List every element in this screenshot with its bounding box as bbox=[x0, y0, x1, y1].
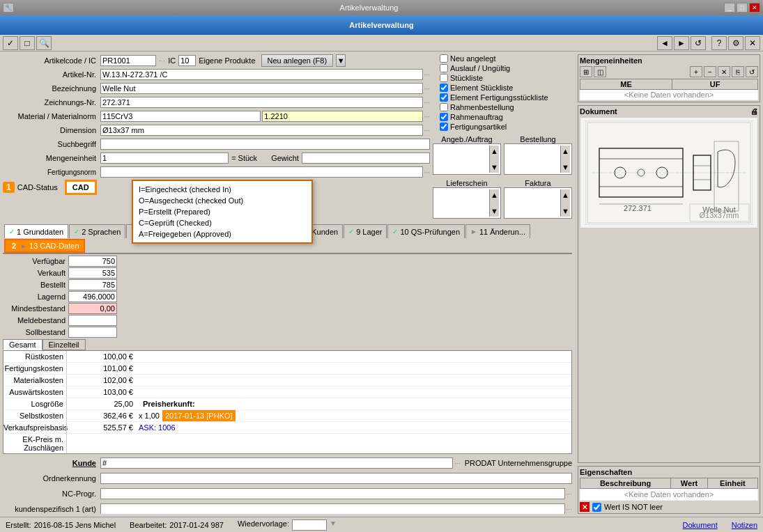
toolbar-refresh-btn[interactable]: ↺ bbox=[691, 36, 706, 50]
me-btn-copy[interactable]: ⎘ bbox=[732, 66, 744, 77]
tab-11-aenderung[interactable]: ► 11 Änderun... bbox=[465, 224, 530, 238]
faktura-scrollbar[interactable]: ▲▼ bbox=[560, 189, 570, 217]
fertigungsnorm-input[interactable] bbox=[100, 166, 423, 178]
zeichnungs-nr-input[interactable] bbox=[100, 97, 423, 108]
toolbar-square-btn[interactable]: □ bbox=[20, 36, 35, 50]
tab1-label: Grunddaten bbox=[23, 228, 63, 236]
me-btn-x[interactable]: ✕ bbox=[718, 66, 730, 77]
gewicht-input[interactable] bbox=[302, 152, 430, 164]
artikelcode-input[interactable] bbox=[100, 55, 156, 66]
sollbestand-label: Sollbestand bbox=[3, 328, 65, 336]
dropdown-item-a[interactable]: A=Freigegeben (Approved) bbox=[136, 228, 309, 240]
cb-element-stueckliste[interactable] bbox=[440, 84, 448, 92]
minimize-btn[interactable]: _ bbox=[724, 3, 735, 13]
tab-13-cad-daten[interactable]: 2 ► 13 CAD-Daten bbox=[4, 239, 85, 253]
me-btn-add[interactable]: + bbox=[690, 66, 702, 77]
dropdown-item-i[interactable]: I=Eingecheckt (checked In) bbox=[136, 184, 309, 195]
bestellt-label: Bestellt bbox=[3, 281, 65, 289]
nc-progr-input[interactable] bbox=[100, 488, 565, 499]
neu-anlegen-btn[interactable]: Neu anlegen (F8) bbox=[261, 54, 334, 67]
tab2-check-icon: ✓ bbox=[74, 228, 79, 235]
dokument-title: Dokument bbox=[580, 107, 617, 116]
verfuegbar-label: Verfügbar bbox=[3, 257, 65, 265]
cb-rahmenauftrag[interactable] bbox=[440, 113, 448, 121]
costs-panel: Gesamt Einzelteil Rüstkosten 100,00 € Fe… bbox=[3, 339, 572, 454]
eig-filter-checkbox[interactable] bbox=[592, 503, 601, 512]
toolbar-fwd-btn[interactable]: ► bbox=[674, 36, 689, 50]
wiedervorlage-icon[interactable]: ▼ bbox=[330, 519, 337, 531]
toolbar-check-btn[interactable]: ✓ bbox=[3, 36, 18, 50]
verkauft-input[interactable] bbox=[68, 267, 117, 279]
me-btn-icon2[interactable]: ◫ bbox=[594, 66, 606, 77]
materialkosten-value: 102,00 € bbox=[66, 375, 136, 386]
bezeichnung-input[interactable] bbox=[100, 83, 423, 94]
bestellung-scrollbar[interactable]: ▲▼ bbox=[560, 146, 570, 173]
material-row: Material / Materialnorm ··· bbox=[3, 110, 430, 123]
me-btn-icon1[interactable]: ⊞ bbox=[580, 66, 592, 77]
cb-auslauf[interactable] bbox=[440, 64, 448, 72]
toolbar: ✓ □ 🔍 ◄ ► ↺ ? ⚙ ✕ bbox=[0, 35, 763, 52]
cb-stueckliste-label: Stückliste bbox=[450, 74, 483, 82]
toolbar-search-btn[interactable]: 🔍 bbox=[36, 36, 52, 50]
cb-stueckliste[interactable] bbox=[440, 74, 448, 82]
ordnerkennung-input[interactable] bbox=[100, 473, 572, 484]
close-btn[interactable]: ✕ bbox=[749, 3, 760, 13]
cb-rahmenbestellung[interactable] bbox=[440, 103, 448, 111]
kundenspezifisch-input[interactable] bbox=[100, 503, 565, 514]
notizen-link[interactable]: Notizen bbox=[732, 521, 757, 529]
cb-fertigungsartikel[interactable] bbox=[440, 123, 448, 131]
meldebestand-input[interactable] bbox=[68, 315, 117, 326]
artikel-nr-input[interactable] bbox=[100, 69, 423, 80]
toolbar-help-btn[interactable]: ? bbox=[711, 36, 727, 50]
bestellt-input[interactable] bbox=[68, 279, 117, 290]
cb-element-fertigungs[interactable] bbox=[440, 93, 448, 102]
ic-input[interactable] bbox=[178, 55, 196, 66]
material-norm-input[interactable] bbox=[262, 111, 422, 122]
wiedervorlage-input[interactable] bbox=[292, 519, 327, 531]
dropdown-item-c[interactable]: C=Geprüft (Checked) bbox=[136, 217, 309, 228]
preisherkunft-label: Preisherkunft: bbox=[136, 398, 198, 409]
quantities-panel: Verfügbar Verkauft Bestellt Lagernd bbox=[3, 256, 572, 338]
step2-label: 2 bbox=[10, 242, 18, 250]
restore-btn[interactable]: □ bbox=[737, 3, 748, 13]
erstellt-value: 2016-08-15 Jens Michel bbox=[34, 521, 116, 529]
suchbegriff-input[interactable] bbox=[100, 139, 430, 150]
tab9-number: 9 bbox=[356, 228, 360, 236]
lieferschein-scrollbar[interactable]: ▲▼ bbox=[489, 189, 499, 217]
verkaufspreisbasis-value: 525,57 € bbox=[66, 422, 136, 433]
cad-status-row: 1 CAD-Status CAD I=Eingecheckt (checked … bbox=[3, 180, 430, 195]
sollbestand-input[interactable] bbox=[68, 327, 117, 338]
costs-tab-einzelteil[interactable]: Einzelteil bbox=[43, 339, 86, 350]
ek-preis-label: EK-Preis m. Zuschlägen bbox=[3, 434, 66, 453]
dimension-input[interactable] bbox=[100, 125, 423, 136]
dropdown-item-p[interactable]: P=Erstellt (Prepared) bbox=[136, 206, 309, 217]
eig-delete-btn[interactable]: ✕ bbox=[580, 502, 589, 512]
neu-anlegen-dropdown[interactable]: ▼ bbox=[336, 54, 346, 67]
material-input[interactable] bbox=[100, 111, 261, 122]
me-btn-sub[interactable]: − bbox=[704, 66, 716, 77]
mengeneinheit-input[interactable] bbox=[100, 152, 229, 164]
kunde-input[interactable] bbox=[100, 457, 453, 469]
me-btn-refresh[interactable]: ↺ bbox=[746, 66, 758, 77]
cad-status-button[interactable]: CAD bbox=[65, 180, 97, 195]
tab13-number: 13 bbox=[29, 242, 38, 250]
toolbar-back-btn[interactable]: ◄ bbox=[657, 36, 672, 50]
tab-2-sprachen[interactable]: ✓ 2 Sprachen bbox=[69, 224, 125, 238]
toolbar-extra-btn[interactable]: ⚙ bbox=[728, 36, 743, 50]
mindestbestand-input[interactable] bbox=[68, 303, 117, 314]
eigenschaften-footer: ✕ Wert IS NOT leer bbox=[580, 502, 758, 512]
tab-9-lager[interactable]: ✓ 9 Lager bbox=[344, 224, 387, 238]
toolbar-x-btn[interactable]: ✕ bbox=[745, 36, 760, 50]
checkboxes-panel: Neu angelegt Auslauf / Ungültig Stücklis… bbox=[440, 54, 572, 131]
verfuegbar-input[interactable] bbox=[68, 256, 117, 267]
cb-neu-angelegt[interactable] bbox=[440, 54, 448, 63]
costs-tab-gesamt[interactable]: Gesamt bbox=[3, 339, 43, 350]
dokument-link[interactable]: Dokument bbox=[683, 521, 718, 529]
lagernd-input[interactable] bbox=[68, 291, 117, 302]
tab-1-grunddaten[interactable]: ✓ 1 Grunddaten bbox=[4, 224, 68, 238]
tab-10-qs[interactable]: ✓ 10 QS-Prüfungen bbox=[387, 224, 465, 238]
app-icon-btn[interactable]: 🔧 bbox=[3, 3, 14, 13]
angebot-scrollbar[interactable]: ▲▼ bbox=[489, 146, 499, 173]
dropdown-item-o[interactable]: O=Ausgecheckt (checked Out) bbox=[136, 195, 309, 206]
dokument-print-icon[interactable]: 🖨 bbox=[750, 107, 758, 116]
